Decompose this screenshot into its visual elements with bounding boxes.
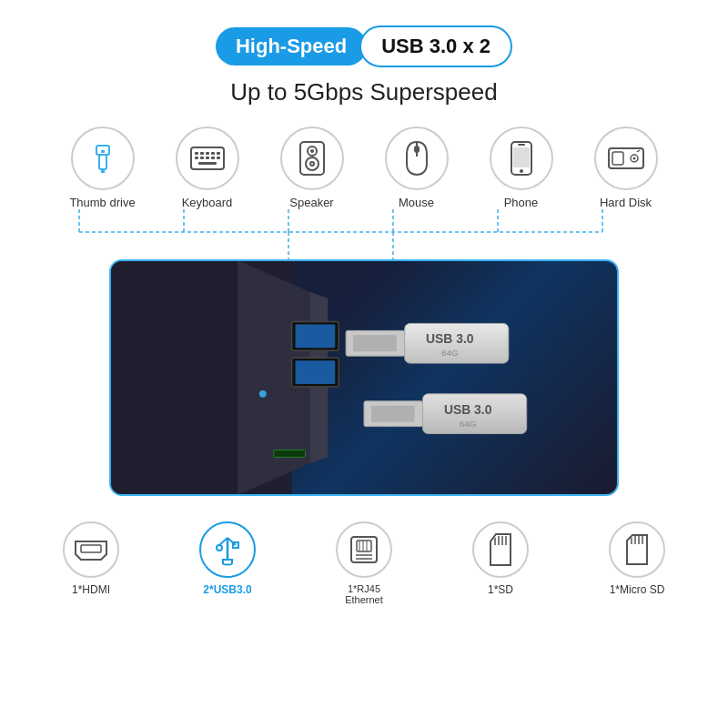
rj45-circle — [336, 521, 392, 578]
sd-label: 1*SD — [488, 583, 513, 596]
svg-rect-24 — [513, 147, 530, 167]
badge-high-speed: High-Speed — [216, 27, 367, 66]
mouse-label: Mouse — [399, 196, 434, 209]
keyboard-label: Keyboard — [182, 196, 233, 209]
port-rj45: 1*RJ45 Ethernet — [305, 521, 423, 605]
svg-rect-5 — [200, 152, 204, 155]
usb-icon — [86, 142, 119, 175]
hard-disk-circle — [594, 126, 658, 190]
microsd-label: 1*Micro SD — [610, 583, 665, 596]
svg-rect-7 — [211, 152, 215, 155]
port-hdmi: 1*HDMI — [32, 521, 150, 596]
svg-line-62 — [219, 538, 228, 545]
speaker-circle — [280, 126, 344, 190]
usb3-icon — [212, 532, 243, 567]
thumb-drive-circle — [71, 126, 135, 190]
svg-rect-26 — [518, 144, 525, 146]
connector-svg — [27, 209, 701, 259]
svg-line-31 — [637, 150, 640, 152]
speaker-icon — [297, 140, 328, 177]
mouse-icon — [404, 140, 430, 177]
port-usb3: 2*USB3.0 — [168, 521, 287, 596]
port-microsd: 1*Micro SD — [578, 521, 696, 596]
speaker-label: Speaker — [289, 196, 333, 209]
svg-rect-48 — [274, 450, 306, 457]
header-badge: High-Speed USB 3.0 x 2 — [216, 25, 512, 67]
svg-text:64G: 64G — [441, 348, 459, 358]
device-hard-disk: Hard Disk — [573, 126, 678, 209]
svg-rect-67 — [357, 541, 371, 551]
svg-point-17 — [310, 149, 314, 153]
mouse-circle — [385, 126, 449, 190]
device-keyboard: Keyboard — [155, 126, 259, 209]
svg-rect-60 — [81, 545, 101, 552]
svg-rect-4 — [195, 152, 198, 155]
sd-icon — [487, 532, 514, 567]
phone-circle — [490, 126, 553, 190]
svg-rect-51 — [353, 335, 397, 351]
hard-disk-label: Hard Disk — [600, 196, 652, 209]
svg-rect-6 — [206, 152, 209, 155]
svg-rect-28 — [612, 152, 623, 165]
phone-icon — [510, 140, 533, 177]
svg-rect-45 — [296, 324, 336, 348]
svg-rect-12 — [211, 157, 215, 159]
svg-point-25 — [520, 169, 523, 173]
svg-rect-9 — [195, 157, 198, 159]
hard-disk-icon — [607, 143, 645, 174]
microsd-circle — [609, 521, 665, 578]
svg-point-30 — [632, 157, 635, 160]
thumb-drive-label: Thumb drive — [69, 196, 135, 209]
svg-rect-22 — [414, 146, 420, 153]
product-image: USB 3.0 64G USB 3.0 64G — [109, 259, 619, 496]
hdmi-circle — [63, 521, 119, 578]
svg-rect-11 — [206, 157, 209, 159]
bottom-ports-row: 1*HDMI 2*USB3.0 — [27, 521, 701, 605]
rj45-label: 1*RJ45 Ethernet — [345, 583, 383, 605]
svg-rect-14 — [198, 162, 217, 165]
svg-rect-8 — [217, 152, 220, 155]
device-phone: Phone — [469, 126, 573, 209]
phone-label: Phone — [504, 196, 539, 209]
keyboard-icon — [189, 146, 226, 171]
device-speaker: Speaker — [259, 126, 364, 209]
devices-row: Thumb drive Keyboard — [27, 126, 701, 209]
svg-rect-2 — [101, 150, 105, 153]
device-thumb-drive: Thumb drive — [50, 126, 155, 209]
svg-text:USB 3.0: USB 3.0 — [426, 331, 474, 346]
svg-text:64G: 64G — [460, 419, 477, 429]
usb3-label: 2*USB3.0 — [203, 583, 251, 596]
microsd-icon — [624, 533, 650, 566]
hdmi-icon — [74, 536, 108, 563]
port-sd: 1*SD — [441, 521, 560, 596]
svg-text:USB 3.0: USB 3.0 — [444, 402, 492, 417]
svg-point-49 — [259, 390, 267, 398]
svg-rect-13 — [217, 157, 220, 159]
svg-rect-1 — [99, 155, 106, 169]
rj45-icon — [348, 533, 380, 566]
svg-rect-47 — [296, 360, 336, 384]
sd-circle — [472, 521, 529, 578]
keyboard-circle — [176, 126, 239, 190]
subtitle-text: Up to 5Gbps Superspeed — [230, 78, 497, 106]
badge-usb: USB 3.0 x 2 — [359, 25, 512, 67]
hdmi-label: 1*HDMI — [72, 583, 110, 596]
connector-lines — [27, 209, 701, 259]
device-mouse: Mouse — [364, 126, 469, 209]
product-illustration: USB 3.0 64G USB 3.0 64G — [111, 259, 617, 496]
usb3-circle — [199, 521, 256, 578]
svg-rect-56 — [371, 406, 415, 422]
svg-point-64 — [217, 545, 222, 551]
svg-point-20 — [311, 163, 313, 165]
svg-rect-10 — [200, 157, 204, 159]
